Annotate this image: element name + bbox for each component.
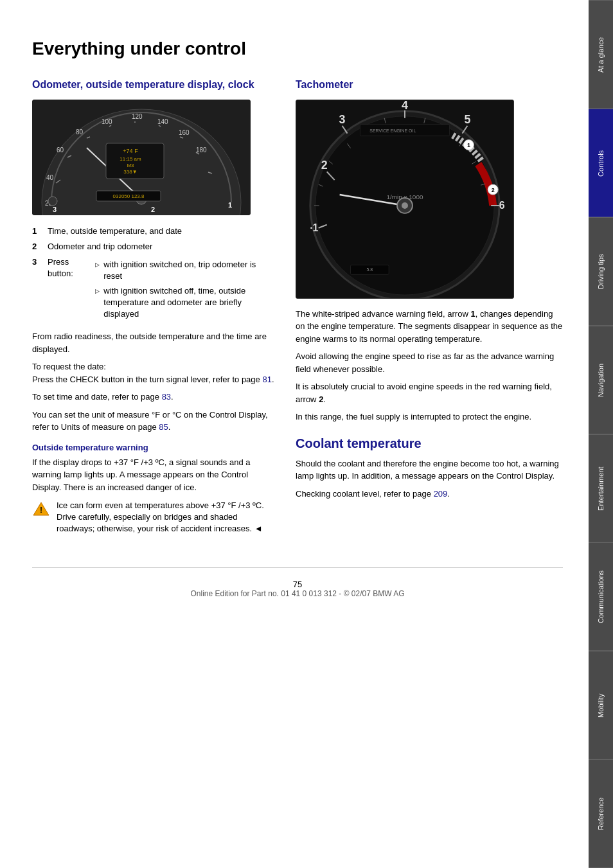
instrument-cluster-image: 40 60 80 100 120 140 160 20 180 [32,100,251,215]
svg-text:·1: ·1 [310,222,318,233]
svg-point-64 [402,202,408,209]
svg-text:180: 180 [196,146,207,154]
footer-text: Online Edition for Part no. 01 41 0 013 … [32,589,563,598]
para-request-date: To request the date: Press the CHECK but… [32,360,276,385]
outside-temp-para: If the display drops to +37 °F /+3 ºC, a… [32,456,276,494]
svg-text:80: 80 [76,128,84,136]
svg-text:3: 3 [339,112,346,125]
tachometer-image: 2 ·1 3 4 5 6 [296,100,514,299]
link-page-85[interactable]: 85 [159,422,168,432]
sidebar-tab-reference[interactable]: Reference [589,759,613,868]
tachometer-para3: It is absolutely crucial to avoid engine… [296,380,563,405]
page-title: Everything under control [32,39,563,59]
svg-text:6: 6 [499,200,505,211]
svg-text:2: 2 [151,206,155,213]
sidebar-tab-communications[interactable]: Communications [589,542,613,651]
sidebar-tab-at-a-glance[interactable]: At a glance [589,0,613,109]
coolant-temperature-heading: Coolant temperature [296,436,563,451]
sub-list-item-1: ▷ with ignition switched on, trip odomet… [95,259,276,282]
outside-temp-warning-subheading: Outside temperature warning [32,443,276,452]
svg-text:M3: M3 [127,163,134,168]
svg-point-32 [48,197,57,206]
warning-triangle-icon: ! [32,501,50,519]
page-footer: 75 Online Edition for Part no. 01 41 0 0… [32,567,563,598]
warning-text: Ice can form even at temperatures above … [57,500,276,535]
svg-text:4: 4 [402,100,408,112]
svg-text:120: 120 [132,113,143,120]
list-item-1: 1 Time, outside temperature, and date [32,226,276,237]
coolant-para1: Should the coolant and therefore the eng… [296,457,563,483]
sidebar: At a glance Controls Driving tips Naviga… [589,0,613,868]
sidebar-tab-mobility[interactable]: Mobility [589,651,613,759]
svg-text:11:15 am: 11:15 am [120,156,141,162]
svg-text:160: 160 [179,129,190,136]
numbered-list: 1 Time, outside temperature, and date 2 … [32,226,276,323]
svg-text:2: 2 [492,187,495,193]
coolant-para2: Checking coolant level, refer to page 20… [296,488,563,500]
sub-list-item-2: ▷ with ignition switched off, time, outs… [95,285,276,321]
svg-text:1: 1 [467,142,470,148]
svg-text:5.8: 5.8 [366,267,373,272]
tachometer-para2: Avoid allowing the engine speed to rise … [296,350,563,375]
svg-text:140: 140 [157,118,168,125]
svg-text:SERVICE ENGINE OIL: SERVICE ENGINE OIL [369,128,416,132]
svg-text:338▼: 338▼ [123,169,137,175]
sidebar-tab-controls[interactable]: Controls [589,109,613,217]
link-page-83[interactable]: 83 [162,392,171,402]
svg-text:100: 100 [102,118,112,125]
list-item-3: 3 Press button: ▷ with ignition switched… [32,256,276,323]
tachometer-para4: In this range, the fuel supply is interr… [296,411,563,423]
tachometer-section-heading: Tachometer [296,78,563,92]
svg-text:2: 2 [321,159,328,172]
svg-text:!: ! [40,506,42,515]
svg-text:032050  123.8: 032050 123.8 [113,193,145,199]
para-radio-readiness: From radio readiness, the outside temper… [32,330,276,355]
link-page-81[interactable]: 81 [262,375,271,384]
svg-text:60: 60 [57,146,64,154]
page-number: 75 [32,580,563,589]
sidebar-tab-navigation[interactable]: Navigation [589,326,613,434]
svg-text:3: 3 [53,206,57,213]
tachometer-para1: The white-striped advance warning field,… [296,308,563,346]
svg-text:40: 40 [46,174,54,181]
link-page-209[interactable]: 209 [434,489,448,499]
odometer-section-heading: Odometer, outside temperature display, c… [32,78,276,92]
svg-text:5: 5 [464,112,470,125]
sidebar-tab-entertainment[interactable]: Entertainment [589,434,613,543]
warning-box: ! Ice can form even at temperatures abov… [32,500,276,535]
para-unit-measure: You can set the unit of measure °F or °C… [32,409,276,434]
sidebar-tab-driving-tips[interactable]: Driving tips [589,217,613,326]
para-set-time: To set time and date, refer to page 83. [32,391,276,403]
svg-text:+74 F: +74 F [123,148,138,154]
list-item-2: 2 Odometer and trip odometer [32,241,276,252]
svg-text:1: 1 [228,201,232,209]
